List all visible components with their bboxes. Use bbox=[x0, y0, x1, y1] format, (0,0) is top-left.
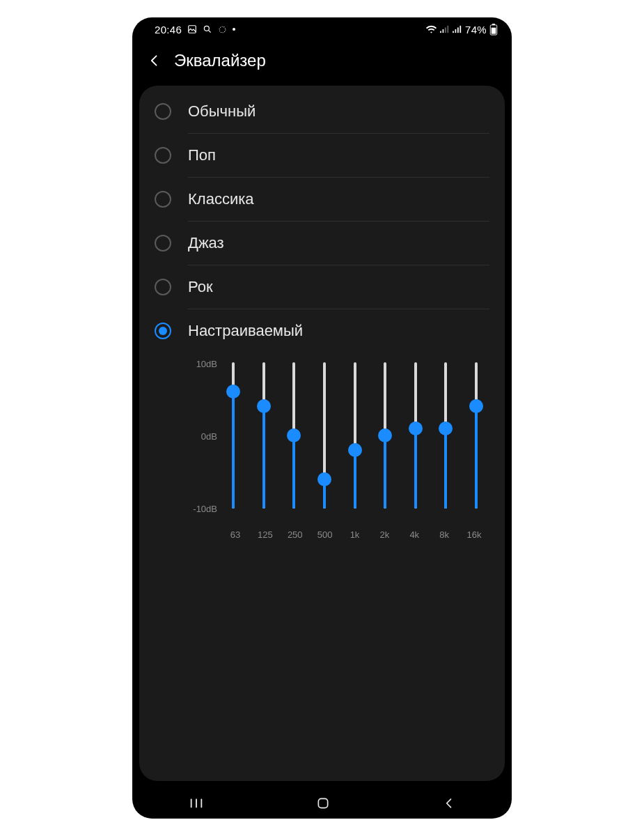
svg-point-1 bbox=[204, 26, 209, 31]
preset-option[interactable]: Поп bbox=[139, 134, 505, 177]
eq-thumb[interactable] bbox=[469, 399, 483, 413]
dot-icon bbox=[233, 28, 235, 31]
eq-track bbox=[323, 362, 326, 509]
svg-rect-3 bbox=[440, 31, 441, 33]
svg-rect-6 bbox=[447, 26, 448, 33]
page-title: Эквалайзер bbox=[174, 51, 266, 70]
eq-fill bbox=[444, 428, 447, 509]
eq-track bbox=[354, 362, 356, 509]
eq-band-label: 125 bbox=[257, 529, 274, 540]
eq-band[interactable] bbox=[349, 359, 361, 527]
status-battery-text: 74% bbox=[465, 24, 487, 36]
eq-track bbox=[232, 362, 235, 509]
eq-band[interactable] bbox=[288, 359, 300, 527]
eq-band[interactable] bbox=[227, 359, 239, 527]
eq-band-label: 2k bbox=[376, 529, 393, 540]
svg-rect-7 bbox=[453, 31, 454, 33]
eq-band[interactable] bbox=[439, 359, 452, 527]
preset-label: Поп bbox=[188, 146, 216, 164]
eq-fill bbox=[354, 450, 356, 509]
phone-frame: 20:46 74% bbox=[132, 17, 512, 819]
eq-band-label: 500 bbox=[317, 529, 333, 540]
eq-y-axis: 10dB 0dB -10dB bbox=[188, 359, 223, 527]
preset-label: Обычный bbox=[188, 102, 256, 121]
svg-rect-12 bbox=[492, 24, 495, 25]
radio-button[interactable] bbox=[155, 103, 171, 120]
eq-band[interactable] bbox=[258, 359, 270, 527]
eq-thumb[interactable] bbox=[439, 421, 453, 435]
radio-button[interactable] bbox=[155, 235, 171, 251]
eq-track bbox=[414, 362, 417, 509]
eq-x-axis: 631252505001k2k4k8k16k bbox=[188, 527, 487, 540]
svg-rect-5 bbox=[445, 27, 446, 33]
eq-fill bbox=[232, 392, 235, 509]
y-tick-bot: -10dB bbox=[193, 504, 217, 514]
eq-track bbox=[292, 362, 295, 509]
preset-option[interactable]: Настраиваемый bbox=[139, 309, 505, 353]
eq-thumb[interactable] bbox=[378, 428, 392, 442]
preset-option[interactable]: Обычный bbox=[139, 90, 505, 133]
svg-point-2 bbox=[219, 26, 226, 33]
radio-button[interactable] bbox=[155, 279, 171, 295]
eq-band-label: 250 bbox=[287, 529, 304, 540]
recents-button[interactable] bbox=[189, 797, 204, 810]
y-tick-mid: 0dB bbox=[201, 431, 217, 442]
eq-track bbox=[475, 362, 478, 509]
radio-button[interactable] bbox=[155, 323, 171, 339]
preset-label: Классика bbox=[188, 190, 254, 208]
svg-rect-9 bbox=[457, 27, 459, 33]
eq-thumb[interactable] bbox=[409, 421, 423, 435]
eq-band-label: 16k bbox=[466, 529, 482, 540]
eq-fill bbox=[414, 428, 417, 509]
preset-option[interactable]: Классика bbox=[139, 178, 505, 221]
wifi-icon bbox=[425, 24, 437, 34]
svg-rect-4 bbox=[443, 29, 444, 33]
nav-back-button[interactable] bbox=[442, 796, 456, 810]
eq-thumb[interactable] bbox=[348, 443, 362, 457]
eq-thumb[interactable] bbox=[317, 472, 331, 486]
svg-rect-10 bbox=[460, 26, 461, 33]
eq-thumb[interactable] bbox=[257, 399, 271, 413]
radio-button[interactable] bbox=[155, 147, 171, 164]
eq-track bbox=[262, 362, 265, 509]
radio-button[interactable] bbox=[155, 191, 171, 208]
preset-option[interactable]: Джаз bbox=[139, 222, 505, 265]
eq-band-label: 8k bbox=[436, 529, 453, 540]
home-button[interactable] bbox=[316, 796, 330, 810]
eq-track bbox=[384, 362, 386, 509]
eq-fill bbox=[475, 406, 478, 509]
svg-rect-17 bbox=[318, 798, 327, 807]
eq-thumb[interactable] bbox=[287, 428, 301, 442]
signal-1-icon bbox=[440, 25, 450, 33]
eq-band-label: 4k bbox=[406, 529, 423, 540]
eq-band[interactable] bbox=[470, 359, 482, 527]
eq-band[interactable] bbox=[379, 359, 391, 527]
eq-track bbox=[444, 362, 447, 509]
preset-label: Настраиваемый bbox=[188, 322, 303, 340]
content-card: ОбычныйПопКлассикаДжазРокНастраиваемый 1… bbox=[139, 86, 505, 781]
signal-2-icon bbox=[453, 25, 462, 33]
eq-band-label: 1k bbox=[347, 529, 363, 540]
equalizer-panel: 10dB 0dB -10dB 631252505001k2k4k8k16k bbox=[139, 353, 505, 540]
search-icon bbox=[203, 24, 212, 34]
eq-fill bbox=[384, 435, 386, 509]
eq-band[interactable] bbox=[318, 359, 331, 527]
gallery-icon bbox=[187, 24, 197, 34]
page-header: Эквалайзер bbox=[132, 41, 512, 86]
status-time: 20:46 bbox=[155, 24, 182, 36]
status-bar: 20:46 74% bbox=[132, 17, 512, 41]
preset-label: Джаз bbox=[188, 234, 224, 252]
eq-tracks bbox=[223, 359, 487, 527]
eq-band-label: 63 bbox=[227, 529, 244, 540]
eq-fill bbox=[292, 435, 295, 509]
eq-thumb[interactable] bbox=[226, 385, 240, 398]
preset-option[interactable]: Рок bbox=[139, 265, 505, 309]
eq-fill bbox=[262, 406, 265, 509]
svg-rect-8 bbox=[455, 29, 457, 33]
back-icon[interactable] bbox=[148, 53, 162, 68]
eq-band[interactable] bbox=[409, 359, 422, 527]
loading-icon bbox=[218, 25, 227, 34]
preset-label: Рок bbox=[188, 278, 213, 296]
svg-rect-13 bbox=[492, 27, 496, 33]
battery-icon bbox=[489, 24, 498, 36]
